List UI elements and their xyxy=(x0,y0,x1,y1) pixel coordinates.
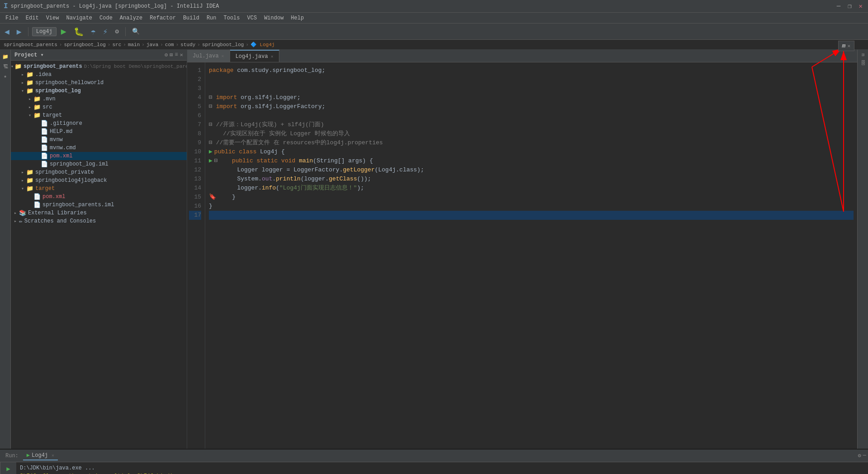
bottom-action-bar: ▶ ▲ ▼ ↵ 🖨 📌 xyxy=(0,462,16,474)
menu-navigate[interactable]: Navigate xyxy=(62,14,96,22)
rerun-button[interactable]: ▶ xyxy=(5,464,11,474)
notification-icon: m xyxy=(842,43,846,49)
tree-item-src[interactable]: ▸ 📁 src xyxy=(11,103,187,111)
tree-item-helloworld[interactable]: ▸ 📁 springboot_helloworld xyxy=(11,79,187,87)
favorites-icon[interactable]: ★ xyxy=(1,71,9,81)
tree-item-external-libraries[interactable]: ▸ 📚 External Libraries xyxy=(11,209,187,217)
menu-tools[interactable]: Tools xyxy=(220,14,244,22)
tab-jul-close[interactable]: ✕ xyxy=(222,53,224,59)
project-panel-header: Project ▾ ⚙ ⊞ ≡ ✕ xyxy=(11,50,187,61)
breadcrumb-part-4[interactable]: java xyxy=(146,42,158,47)
right-panel-maven-icon[interactable]: m xyxy=(859,52,867,58)
menu-edit[interactable]: Edit xyxy=(22,14,42,22)
bottom-tab-log4j[interactable]: ▶ Log4j ✕ xyxy=(23,451,58,460)
run-config-selector[interactable]: Log4j xyxy=(32,27,57,36)
menu-run[interactable]: Run xyxy=(203,14,220,22)
forward-button[interactable]: ▶ xyxy=(14,26,24,38)
output-line-1: SLF4J: Class path contains multiple SLF4… xyxy=(20,472,864,474)
left-sidebar-icons: 📁 🏗 ★ xyxy=(0,50,11,449)
tree-item-mvnw-cmd[interactable]: 📄 mvnw.cmd xyxy=(11,144,187,152)
code-line-11: ▶⊟ public static void main(String[] args… xyxy=(209,156,854,166)
code-line-9: ⊟ //需要一个配置文件 在 resources中的log4j.properti… xyxy=(209,138,854,147)
tree-item-target[interactable]: ▾ 📁 target xyxy=(11,111,187,119)
close-button[interactable]: ✕ xyxy=(857,2,864,10)
menu-analyze[interactable]: Analyze xyxy=(116,14,146,22)
notification-popup[interactable]: m ✕ xyxy=(838,41,854,51)
breadcrumb-part-1[interactable]: springboot_log xyxy=(64,42,105,47)
notification-close[interactable]: ✕ xyxy=(847,43,850,49)
tree-item-gitignore[interactable]: 📄 .gitignore xyxy=(11,119,187,128)
breadcrumb-part-2[interactable]: src xyxy=(112,42,121,47)
bottom-tab-close[interactable]: ✕ xyxy=(52,453,54,458)
tree-item-parents-iml[interactable]: 📄 springboot_parents.iml xyxy=(11,201,187,209)
menu-view[interactable]: View xyxy=(42,14,63,22)
profile-button[interactable]: ⚡ xyxy=(100,26,111,38)
tree-item-mvn[interactable]: ▸ 📁 .mvn xyxy=(11,95,187,103)
code-line-10: ▶public class Log4j { xyxy=(209,147,854,156)
tab-jul-java[interactable]: Jul.java ✕ xyxy=(187,50,230,62)
tree-item-scratches[interactable]: ▸ ✏ Scratches and Consoles xyxy=(11,217,187,225)
structure-icon[interactable]: 🏗 xyxy=(2,62,9,71)
tree-item-pom-xml[interactable]: 📄 pom.xml xyxy=(11,152,187,160)
code-editor[interactable]: package com.study.springboot_log; ⊟ impo… xyxy=(205,62,857,449)
breadcrumb-part-7[interactable]: springboot_log xyxy=(202,42,244,47)
tab-log4j-java[interactable]: Log4j.java ✕ xyxy=(230,50,279,62)
project-close-icon[interactable]: ✕ xyxy=(180,52,183,58)
project-icon[interactable]: 📁 xyxy=(1,52,9,61)
code-line-14: logger.info("Log4j门面实现日志信息！"); xyxy=(209,184,854,193)
menu-file[interactable]: File xyxy=(2,14,22,22)
right-panel-database-icon[interactable]: 🗄 xyxy=(859,58,867,67)
menu-vcs[interactable]: VCS xyxy=(244,14,261,22)
project-settings-icon[interactable]: ≡ xyxy=(175,52,178,58)
search-everywhere-button[interactable]: 🔍 xyxy=(129,27,142,36)
tree-item-springboot-log-iml[interactable]: 📄 springboot_log.iml xyxy=(11,160,187,168)
breadcrumb-part-3[interactable]: main xyxy=(128,42,140,47)
menu-build[interactable]: Build xyxy=(179,14,203,22)
settings-button[interactable]: ⚙ xyxy=(112,27,121,36)
tree-item-mvnw[interactable]: 📄 mvnw xyxy=(11,136,187,144)
title-bar: I springboot_parents - Log4j.java [sprin… xyxy=(0,0,868,13)
menu-code[interactable]: Code xyxy=(96,14,116,22)
debug-button[interactable]: 🐛 xyxy=(71,26,86,38)
code-line-17 xyxy=(209,211,854,220)
bottom-minimize-icon[interactable]: — xyxy=(863,452,866,459)
project-gear-icon[interactable]: ⚙ xyxy=(165,52,168,58)
run-button[interactable]: ▶ xyxy=(58,25,69,38)
breadcrumb-part-0[interactable]: springboot_parents xyxy=(4,42,57,47)
toolbar: ◀ ▶ Log4j ▶ 🐛 ☂ ⚡ ⚙ 🔍 xyxy=(0,24,868,40)
bottom-settings-icon[interactable]: ⚙ xyxy=(858,452,861,459)
tree-item-help[interactable]: 📄 HELP.md xyxy=(11,128,187,136)
menu-refactor[interactable]: Refactor xyxy=(146,14,179,22)
editor-area: Jul.java ✕ Log4j.java ✕ 12345 678910 111… xyxy=(187,50,857,449)
bottom-tab-actions: ⚙ — xyxy=(858,452,866,459)
tree-item-springboot-private[interactable]: ▸ 📁 springboot_private xyxy=(11,168,187,176)
app-icon: I xyxy=(4,2,8,10)
tab-log4j-label: Log4j.java xyxy=(236,53,268,60)
project-panel-title: Project ▾ xyxy=(14,52,44,58)
code-line-12: Logger logger = LoggerFactory.getLogger(… xyxy=(209,166,854,175)
maximize-button[interactable]: ❐ xyxy=(846,2,853,10)
breadcrumb-part-6[interactable]: study xyxy=(180,42,195,47)
code-line-8: //实现区别在于 实例化 Logger 时候包的导入 xyxy=(209,129,854,138)
tree-item-pom2[interactable]: 📄 pom.xml xyxy=(11,193,187,201)
project-tree: ▾ 📁 springboot_parents D:\Spring boot De… xyxy=(11,61,187,449)
tree-item-idea[interactable]: ▸ 📁 .idea xyxy=(11,71,187,79)
tree-item-springboot-parents[interactable]: ▾ 📁 springboot_parents D:\Spring boot De… xyxy=(11,62,187,71)
console-output: D:\JDK\bin\java.exe ... SLF4J: Class pat… xyxy=(16,462,868,474)
tree-item-target2[interactable]: ▾ 📁 target xyxy=(11,185,187,193)
back-button[interactable]: ◀ xyxy=(2,26,12,38)
menu-help[interactable]: Help xyxy=(287,14,307,22)
tree-item-springbootlog4j[interactable]: ▸ 📁 springbootlog4jlogback xyxy=(11,176,187,185)
menu-window[interactable]: Window xyxy=(260,14,287,22)
project-layout-icon[interactable]: ⊞ xyxy=(170,52,173,58)
minimize-button[interactable]: — xyxy=(835,2,842,10)
coverage-button[interactable]: ☂ xyxy=(88,26,99,38)
code-line-6 xyxy=(209,111,854,120)
breadcrumb-part-5[interactable]: com xyxy=(165,42,174,47)
bottom-panel: Run: ▶ Log4j ✕ ⚙ — ▶ ▲ ▼ ↵ 🖨 📌 D:\JDK\bi… xyxy=(0,449,868,474)
breadcrumb-part-8[interactable]: 🔷 Log4j xyxy=(250,42,275,47)
main-area: 📁 🏗 ★ Project ▾ ⚙ ⊞ ≡ ✕ ▾ 📁 springboot_p… xyxy=(0,50,868,449)
tab-log4j-close[interactable]: ✕ xyxy=(271,54,274,59)
tab-jul-label: Jul.java xyxy=(193,53,219,59)
tree-item-springboot-log[interactable]: ▾ 📁 springboot_log xyxy=(11,87,187,95)
